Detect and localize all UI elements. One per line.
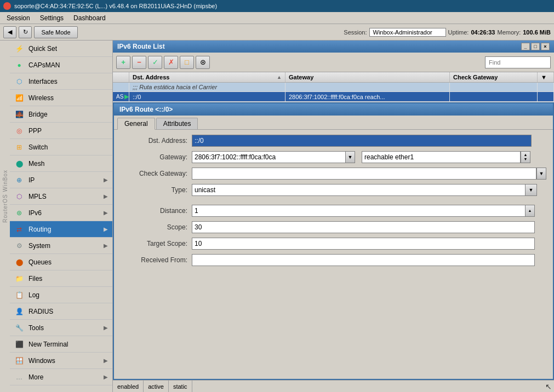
tab-attributes[interactable]: Attributes — [156, 118, 198, 129]
find-input[interactable] — [485, 56, 551, 68]
gateway-dropdown-button[interactable]: ▼ — [345, 151, 355, 163]
ppp-icon: ◎ — [14, 126, 24, 136]
disable-route-button[interactable]: ✗ — [164, 56, 178, 69]
sidebar-item-files[interactable]: 📁 Files — [10, 270, 112, 287]
sidebar-item-capsman[interactable]: ● CAPsMAN — [10, 57, 112, 73]
routing-icon: ⇄ — [14, 224, 24, 234]
sidebar-item-ipv6[interactable]: ⊛ IPv6 ▶ — [10, 205, 112, 221]
sidebar-item-log[interactable]: 📋 Log — [10, 287, 112, 303]
td-category-label: ;;; Ruta estática hacia el Carrier — [129, 83, 285, 91]
gateway-reachable-input[interactable] — [362, 151, 521, 163]
sidebar-label-ipv6: IPv6 — [28, 209, 99, 217]
sidebar-label-tools: Tools — [28, 324, 99, 332]
check-gateway-dropdown-button[interactable]: ▼ — [536, 168, 546, 180]
th-flags — [113, 72, 129, 82]
scope-field — [192, 221, 546, 233]
sidebar-item-more[interactable]: … More ▶ — [10, 369, 112, 385]
sidebar-label-interfaces: Interfaces — [28, 78, 108, 85]
menu-settings[interactable]: Settings — [36, 13, 68, 23]
sidebar-item-mpls[interactable]: ⬡ MPLS ▶ — [10, 188, 112, 205]
td-data-x — [538, 92, 554, 101]
th-dst-address[interactable]: Dst. Address ▲ — [129, 72, 285, 82]
received-from-input[interactable] — [192, 254, 535, 266]
table-header: Dst. Address ▲ Gateway Check Gateway ▼ — [113, 72, 554, 83]
memory-label: Memory: — [497, 29, 521, 36]
th-gateway[interactable]: Gateway — [285, 72, 450, 82]
wireless-icon: 📶 — [14, 93, 24, 103]
dst-address-input[interactable] — [192, 135, 532, 147]
sidebar-label-log: Log — [28, 291, 108, 299]
sidebar-item-interfaces[interactable]: ⬡ Interfaces — [10, 73, 112, 90]
maximize-button[interactable]: □ — [531, 43, 540, 50]
menu-dashboard[interactable]: Dashboard — [69, 13, 110, 23]
sidebar-label-system: System — [28, 242, 99, 250]
windows-arrow: ▶ — [104, 358, 108, 364]
tab-general[interactable]: General — [117, 118, 155, 130]
route-list-window: IPv6 Route List _ □ × + − ✓ ✗ □ ⊛ — [113, 41, 554, 392]
safe-mode-button[interactable]: Safe Mode — [34, 26, 78, 38]
sidebar-item-ppp[interactable]: ◎ PPP — [10, 123, 112, 139]
mesh-icon: ⬤ — [14, 159, 24, 169]
type-field: ▼ — [192, 184, 546, 196]
sidebar-item-windows[interactable]: 🪟 Windows ▶ — [10, 353, 112, 369]
sidebar-item-switch[interactable]: ⊞ Switch — [10, 139, 112, 155]
target-scope-input[interactable] — [192, 238, 535, 250]
sidebar-item-new-terminal[interactable]: ⬛ New Terminal — [10, 336, 112, 353]
detail-tabs: General Attributes — [114, 116, 553, 130]
th-check-gateway[interactable]: Check Gateway — [450, 72, 538, 82]
check-gateway-input[interactable] — [192, 168, 536, 180]
table-row-category[interactable]: ;;; Ruta estática hacia el Carrier — [113, 83, 554, 92]
sidebar-label-files: Files — [28, 275, 108, 283]
main-layout: RouterOS WinBox ⚡ Quick Set ● CAPsMAN ⬡ … — [0, 41, 554, 392]
capsman-icon: ● — [14, 60, 24, 70]
sidebar-item-queues[interactable]: ⬤ Queues — [10, 254, 112, 270]
route-detail: IPv6 Route <::/0> General Attributes Dst… — [113, 102, 554, 380]
sidebar-item-quick-set[interactable]: ⚡ Quick Set — [10, 41, 112, 57]
sidebar-item-bridge[interactable]: 🌉 Bridge — [10, 106, 112, 123]
tools-arrow: ▶ — [104, 325, 108, 331]
sidebar-item-radius[interactable]: 👤 RADIUS — [10, 303, 112, 320]
interfaces-icon: ⬡ — [14, 77, 24, 87]
menu-session[interactable]: Session — [2, 13, 35, 23]
received-from-row: Received From: — [121, 253, 546, 267]
table-row-data[interactable]: AS ▶ ::/0 2806:3f7:1002::ffff:f0ca:f0ca … — [113, 92, 554, 102]
sidebar-label-wireless: Wireless — [28, 94, 108, 102]
status-static: static — [169, 381, 192, 392]
memory-value: 100.6 MiB — [523, 29, 551, 36]
type-label: Type: — [121, 186, 192, 194]
distance-spin-button[interactable]: ▲ — [525, 205, 535, 217]
sidebar-item-mesh[interactable]: ⬤ Mesh — [10, 155, 112, 172]
enable-route-button[interactable]: ✓ — [148, 56, 162, 69]
add-route-button[interactable]: + — [116, 56, 130, 69]
sidebar-item-wireless[interactable]: 📶 Wireless — [10, 90, 112, 106]
back-button[interactable]: ◀ — [3, 26, 16, 38]
dst-address-label: Dst. Address: — [121, 137, 192, 145]
scope-input[interactable] — [192, 221, 535, 233]
copy-route-button[interactable]: □ — [180, 56, 194, 69]
terminal-icon: ⬛ — [14, 339, 24, 349]
type-dropdown-button[interactable]: ▼ — [525, 184, 537, 196]
sidebar-item-routing[interactable]: ⇄ Routing ▶ — [10, 221, 112, 238]
ipv6-arrow: ▶ — [104, 210, 108, 216]
scope-label: Scope: — [121, 223, 192, 231]
close-button[interactable]: × — [541, 43, 550, 50]
sidebar-item-system[interactable]: ⚙ System ▶ — [10, 238, 112, 254]
system-icon: ⚙ — [14, 241, 24, 251]
gateway-input[interactable] — [192, 151, 345, 163]
minimize-button[interactable]: _ — [521, 43, 530, 50]
filter-button[interactable]: ⊛ — [196, 56, 210, 69]
uptime-value: 04:26:33 — [471, 29, 495, 36]
remove-route-button[interactable]: − — [132, 56, 146, 69]
type-input[interactable] — [192, 184, 525, 196]
menu-bar: Session Settings Dashboard — [0, 12, 554, 24]
files-icon: 📁 — [14, 274, 24, 284]
more-icon: … — [14, 372, 24, 382]
sidebar-item-ip[interactable]: ⊕ IP ▶ — [10, 172, 112, 188]
mpls-arrow: ▶ — [104, 193, 108, 199]
title-bar: soporte@C4:AD:34:7E:92:5C (L...) v6.48.4… — [0, 0, 554, 12]
gateway-spin-button[interactable]: ▲ ▼ — [521, 151, 530, 163]
forward-button[interactable]: ↻ — [19, 26, 32, 38]
sidebar-item-tools[interactable]: 🔧 Tools ▶ — [10, 320, 112, 336]
distance-input[interactable] — [192, 205, 525, 217]
th-menu[interactable]: ▼ — [538, 72, 554, 82]
